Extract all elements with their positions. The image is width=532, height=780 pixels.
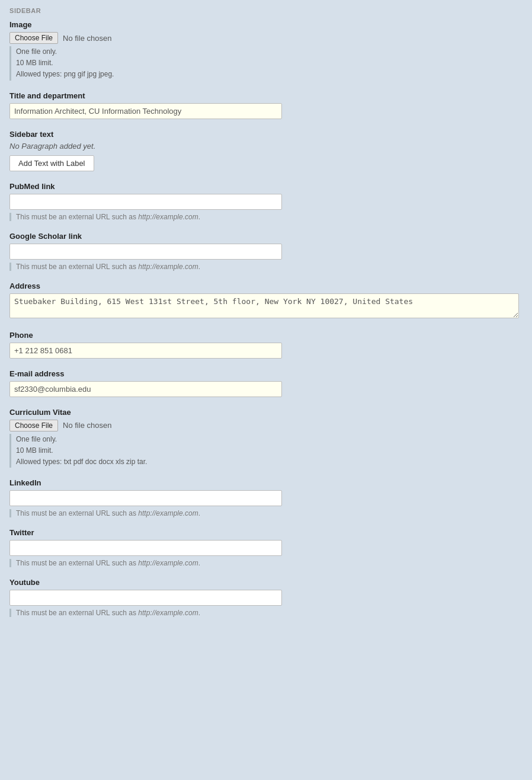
- address-input[interactable]: Stuebaker Building, 615 West 131st Stree…: [9, 293, 519, 318]
- cv-field: Curriculum Vitae Choose File No file cho…: [9, 408, 523, 468]
- pubmed-hint-text: This must be an external URL such as htt…: [16, 213, 523, 221]
- youtube-input[interactable]: [9, 590, 282, 606]
- linkedin-hint-text: This must be an external URL such as htt…: [16, 509, 523, 517]
- linkedin-label: LinkedIn: [9, 478, 523, 487]
- image-hint-types: Allowed types: png gif jpg jpeg.: [16, 69, 523, 80]
- youtube-field: Youtube This must be an external URL suc…: [9, 578, 523, 617]
- google-scholar-link-input[interactable]: [9, 244, 282, 260]
- linkedin-url-hint: This must be an external URL such as htt…: [9, 509, 523, 517]
- image-file-input-row: Choose File No file chosen: [9, 32, 523, 44]
- email-field: E-mail address: [9, 369, 523, 397]
- sidebar-heading: SIDEBAR: [9, 7, 523, 14]
- cv-hint-one-file: One file only.: [16, 434, 523, 445]
- address-field: Address Stuebaker Building, 615 West 131…: [9, 282, 523, 320]
- linkedin-field: LinkedIn This must be an external URL su…: [9, 478, 523, 517]
- sidebar-text-label: Sidebar text: [9, 130, 523, 139]
- image-no-file-text: No file chosen: [63, 34, 111, 43]
- google-scholar-link-label: Google Scholar link: [9, 232, 523, 241]
- pubmed-url-hint: This must be an external URL such as htt…: [9, 213, 523, 221]
- sidebar-text-field: Sidebar text No Paragraph added yet. Add…: [9, 130, 523, 171]
- image-hint-one-file: One file only.: [16, 46, 523, 57]
- title-department-field: Title and department: [9, 91, 523, 119]
- cv-file-hint: One file only. 10 MB limit. Allowed type…: [9, 434, 523, 468]
- google-scholar-url-hint: This must be an external URL such as htt…: [9, 263, 523, 271]
- phone-field: Phone: [9, 331, 523, 359]
- cv-file-input-row: Choose File No file chosen: [9, 420, 523, 431]
- email-label: E-mail address: [9, 369, 523, 378]
- image-file-hint: One file only. 10 MB limit. Allowed type…: [9, 46, 523, 81]
- cv-hint-types: Allowed types: txt pdf doc docx xls zip …: [16, 456, 523, 468]
- cv-hint-size: 10 MB limit.: [16, 445, 523, 456]
- pubmed-link-label: PubMed link: [9, 182, 523, 191]
- add-text-with-label-button[interactable]: Add Text with Label: [9, 155, 94, 171]
- title-department-input[interactable]: [9, 103, 282, 119]
- pubmed-link-field: PubMed link This must be an external URL…: [9, 182, 523, 221]
- email-input[interactable]: [9, 381, 282, 397]
- image-label: Image: [9, 20, 523, 29]
- twitter-input[interactable]: [9, 540, 282, 556]
- youtube-hint-text: This must be an external URL such as htt…: [16, 609, 523, 617]
- twitter-url-hint: This must be an external URL such as htt…: [9, 559, 523, 567]
- twitter-field: Twitter This must be an external URL suc…: [9, 528, 523, 567]
- no-paragraph-text: No Paragraph added yet.: [9, 142, 523, 151]
- twitter-label: Twitter: [9, 528, 523, 537]
- title-department-label: Title and department: [9, 91, 523, 100]
- twitter-hint-text: This must be an external URL such as htt…: [16, 559, 523, 567]
- cv-choose-file-button[interactable]: Choose File: [9, 420, 58, 431]
- google-scholar-link-field: Google Scholar link This must be an exte…: [9, 232, 523, 271]
- image-hint-size: 10 MB limit.: [16, 57, 523, 69]
- linkedin-input[interactable]: [9, 490, 282, 506]
- cv-label: Curriculum Vitae: [9, 408, 523, 417]
- youtube-url-hint: This must be an external URL such as htt…: [9, 609, 523, 617]
- image-choose-file-button[interactable]: Choose File: [9, 32, 58, 44]
- google-scholar-hint-text: This must be an external URL such as htt…: [16, 263, 523, 271]
- youtube-label: Youtube: [9, 578, 523, 587]
- image-field: Image Choose File No file chosen One fil…: [9, 20, 523, 81]
- phone-input[interactable]: [9, 343, 282, 359]
- pubmed-link-input[interactable]: [9, 194, 282, 210]
- address-label: Address: [9, 282, 523, 290]
- cv-no-file-text: No file chosen: [63, 421, 111, 430]
- phone-label: Phone: [9, 331, 523, 340]
